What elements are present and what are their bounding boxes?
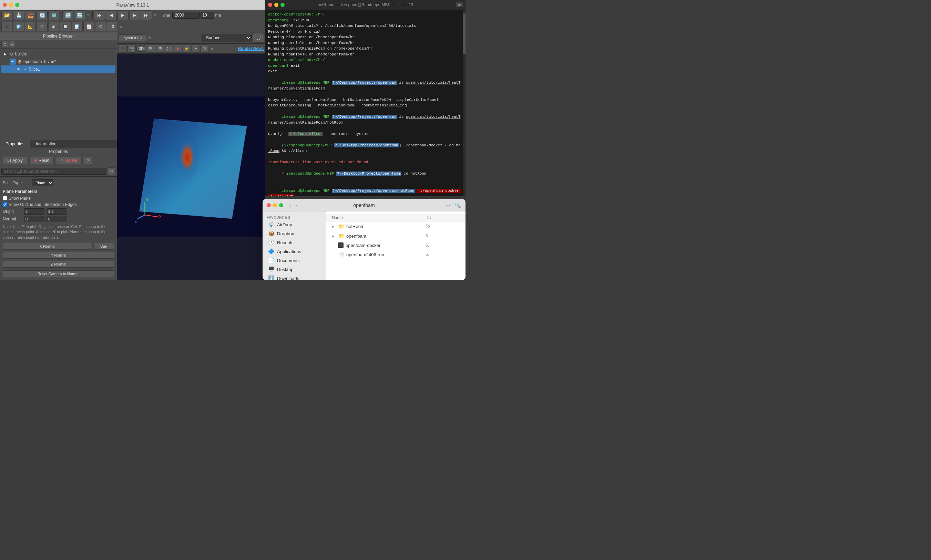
file-row-openfoam[interactable]: ▶ 📁 openfoam 6. bbox=[326, 231, 466, 241]
vis-btn-5[interactable]: ◉ bbox=[48, 22, 59, 31]
x-normal-button[interactable]: X Normal bbox=[3, 243, 92, 250]
panel-icon-2[interactable]: + bbox=[9, 41, 16, 48]
lightning-btn[interactable]: ⚡ bbox=[183, 45, 191, 53]
sidebar-item-dropbox[interactable]: 📦 Dropbox bbox=[264, 229, 325, 238]
open-button[interactable]: 💾 bbox=[13, 10, 24, 20]
file-row-openfoam-docker[interactable]: ▶ ⬛ openfoam-docker 6. bbox=[326, 241, 466, 250]
save-button[interactable]: 📥 bbox=[25, 10, 36, 20]
eye-openfoam[interactable]: 👁 bbox=[10, 58, 16, 65]
sidebar-item-applications[interactable]: 🔷 Applications bbox=[264, 247, 325, 256]
filter-btn[interactable]: ▽ bbox=[200, 45, 209, 53]
normal-y-input[interactable] bbox=[46, 216, 67, 222]
more-2[interactable]: » bbox=[153, 13, 158, 18]
tab-information[interactable]: Information bbox=[30, 140, 62, 148]
cut-btn[interactable]: ✂ bbox=[191, 45, 200, 53]
tree-item-builtin[interactable]: ▶ ⬡ builtin: bbox=[2, 50, 116, 58]
origin-y-input[interactable] bbox=[46, 208, 67, 215]
apply-button[interactable]: ☑ Apply bbox=[3, 157, 27, 164]
first-frame-button[interactable]: ⏮ bbox=[94, 10, 105, 20]
more-3[interactable]: » bbox=[119, 24, 124, 29]
redo-button[interactable]: ↪️ bbox=[74, 10, 85, 20]
prev-frame-button[interactable]: ◀ bbox=[106, 10, 117, 20]
delete-button[interactable]: ✕ Delete bbox=[56, 157, 82, 164]
vis-btn-8[interactable]: 📈 bbox=[83, 22, 94, 31]
search-input[interactable] bbox=[2, 168, 106, 175]
terminal-scrollbar-thumb[interactable] bbox=[463, 13, 466, 54]
finder-forward-button[interactable]: › bbox=[294, 202, 298, 209]
reset-camera-button[interactable]: Reset Camera to Normal bbox=[3, 270, 114, 277]
finder-close[interactable] bbox=[267, 203, 271, 207]
expand-openfoam[interactable]: ▶ bbox=[332, 234, 336, 238]
y-normal-button[interactable]: Y Normal bbox=[3, 252, 114, 258]
more-1[interactable]: » bbox=[86, 13, 91, 18]
expand-viewport-button[interactable]: ⛶ bbox=[253, 33, 264, 43]
refresh-button[interactable]: 🔄 bbox=[37, 10, 48, 20]
eye-builtin[interactable]: ▶ bbox=[3, 51, 8, 57]
undo-button[interactable]: ↩️ bbox=[62, 10, 73, 20]
zoom-out-btn[interactable]: 🔎 bbox=[156, 45, 164, 53]
tree-item-slice1[interactable]: 👁 ✂ Slice1 bbox=[2, 65, 116, 73]
sidebar-item-recents[interactable]: 🕐 Recents bbox=[264, 238, 325, 247]
sidebar-item-documents[interactable]: 📄 Documents bbox=[264, 256, 325, 265]
surface-select[interactable]: Surface Wireframe Surface With Edges bbox=[202, 34, 251, 42]
3d-button[interactable]: 3D bbox=[136, 45, 146, 52]
slice-type-select[interactable]: Plane bbox=[32, 180, 53, 186]
render-view-label[interactable]: RenderView1 bbox=[238, 46, 264, 51]
next-frame-button[interactable]: ▶ bbox=[129, 10, 140, 20]
last-frame-button[interactable]: ⏭ bbox=[141, 10, 152, 20]
finder-search-button[interactable]: 🔍 bbox=[454, 202, 461, 209]
terminal-maximize[interactable] bbox=[281, 3, 285, 7]
screenshot-btn[interactable]: 📷 bbox=[128, 45, 136, 53]
finder-minimize[interactable] bbox=[273, 203, 277, 207]
terminal-content[interactable]: docker-openfoam2406:~/hr/ openfoam$ ./Al… bbox=[265, 10, 466, 196]
terminal-close[interactable] bbox=[268, 3, 272, 7]
vis-btn-9[interactable]: ⏱ bbox=[95, 22, 106, 31]
expand-hotroom[interactable]: ▶ bbox=[332, 225, 336, 228]
panel-icon-1[interactable]: ⬡ bbox=[2, 41, 8, 48]
sidebar-item-desktop[interactable]: 🖥️ Desktop bbox=[264, 265, 325, 274]
show-plane-row[interactable]: Show Plane bbox=[3, 195, 114, 202]
show-outline-row[interactable]: Show Outline and Intersection Edges bbox=[3, 202, 114, 208]
zoom-in-btn[interactable]: 🔍 bbox=[147, 45, 155, 53]
add-layout-button[interactable]: + bbox=[148, 35, 151, 41]
close-button[interactable] bbox=[3, 3, 7, 7]
tab-properties[interactable]: Properties bbox=[0, 140, 30, 148]
show-plane-checkbox[interactable] bbox=[3, 196, 7, 200]
sidebar-item-airdrop[interactable]: 📡 AirDrop bbox=[264, 220, 325, 229]
layout-tab-1[interactable]: Layout #1 ✕ bbox=[119, 34, 146, 42]
minimize-button[interactable] bbox=[9, 3, 13, 7]
play-button[interactable]: ▶ bbox=[117, 10, 128, 20]
layout-tab-close[interactable]: ✕ bbox=[140, 35, 143, 40]
red-btn[interactable]: ● bbox=[174, 45, 182, 53]
help-button[interactable]: ? bbox=[84, 157, 92, 164]
reset-button[interactable]: ⊘ Reset bbox=[29, 157, 54, 164]
z-normal-button[interactable]: Z Normal bbox=[3, 261, 114, 268]
more-vp[interactable]: » bbox=[210, 46, 215, 51]
time-input[interactable] bbox=[172, 12, 200, 18]
terminal-scrollbar[interactable] bbox=[463, 10, 466, 196]
map-button[interactable]: 🗺️ bbox=[48, 10, 59, 20]
finder-back-button[interactable]: ‹ bbox=[288, 202, 293, 209]
show-outline-checkbox[interactable] bbox=[3, 202, 7, 207]
finder-view-options[interactable]: ⋯ bbox=[444, 202, 452, 209]
3d-viewport[interactable]: Y X Z bbox=[117, 54, 265, 280]
file-row-hotroom[interactable]: ▶ 📁 hotRoom To bbox=[326, 222, 466, 231]
file-row-openfoam2406[interactable]: ▶ 📄 openfoam2406-run 6. bbox=[326, 250, 466, 259]
tree-item-openfoam[interactable]: 👁 📦 openfoam_0.vtm* bbox=[2, 58, 116, 65]
reset-view-btn[interactable]: ⛶ bbox=[165, 45, 173, 53]
vis-btn-4[interactable]: ⬡ bbox=[37, 22, 48, 31]
sidebar-item-downloads[interactable]: ⬇️ Downloads bbox=[264, 274, 325, 280]
x-can-button[interactable]: Can bbox=[93, 243, 114, 250]
new-button[interactable]: 📂 bbox=[2, 10, 12, 20]
vis-btn-6[interactable]: 🔲 bbox=[60, 22, 71, 31]
terminal-minimize[interactable] bbox=[274, 3, 278, 7]
eye-slice1[interactable]: 👁 bbox=[15, 66, 22, 72]
vis-btn-10[interactable]: 🎛 bbox=[107, 22, 118, 31]
maximize-button[interactable] bbox=[15, 3, 19, 7]
origin-x-input[interactable] bbox=[24, 208, 45, 215]
terminal-resize[interactable]: ⊞ bbox=[456, 2, 463, 7]
camera-btn[interactable]: 🎥 bbox=[119, 45, 127, 53]
time-step-input[interactable] bbox=[200, 12, 214, 18]
normal-x-input[interactable] bbox=[24, 216, 45, 222]
search-gear-button[interactable]: ⚙ bbox=[108, 168, 116, 175]
